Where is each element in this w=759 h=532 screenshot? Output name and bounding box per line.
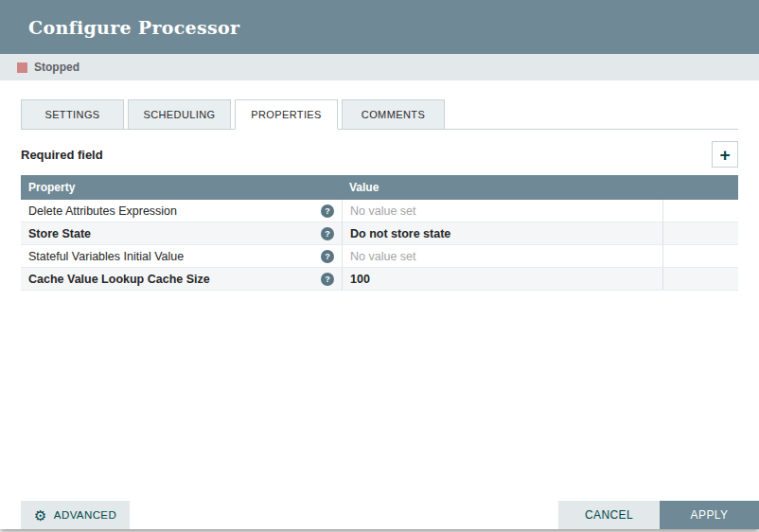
table-row[interactable]: Delete Attributes Expression ? No value … (21, 200, 738, 222)
tab-comments[interactable]: COMMENTS (342, 99, 445, 130)
advanced-button[interactable]: ⚙ ADVANCED (21, 501, 130, 529)
tab-properties[interactable]: PROPERTIES (235, 99, 338, 130)
tab-bar: SETTINGS SCHEDULING PROPERTIES COMMENTS (21, 99, 738, 130)
property-name-cell: Cache Value Lookup Cache Size ? (21, 268, 342, 290)
tab-settings[interactable]: SETTINGS (21, 99, 124, 130)
table-header-row: Property Value (21, 175, 738, 200)
help-icon[interactable]: ? (321, 204, 334, 218)
empty-cell (663, 200, 738, 222)
column-header-property: Property (21, 181, 342, 194)
required-field-label: Required field (21, 148, 103, 162)
property-value[interactable]: No value set (342, 200, 663, 222)
tab-scheduling[interactable]: SCHEDULING (128, 99, 231, 130)
dialog-header: Configure Processor (0, 0, 759, 54)
empty-cell (663, 222, 738, 244)
help-icon[interactable]: ? (321, 227, 334, 240)
required-field-row: Required field + (21, 141, 738, 168)
footer-spacer (130, 501, 558, 529)
help-icon[interactable]: ? (321, 273, 334, 286)
table-row[interactable]: Store State ? Do not store state (21, 222, 738, 245)
properties-table: Property Value Delete Attributes Express… (21, 175, 738, 291)
configure-processor-dialog: Configure Processor Stopped SETTINGS SCH… (0, 0, 759, 529)
new-property-button[interactable]: + (712, 141, 738, 168)
property-value[interactable]: No value set (342, 245, 663, 267)
empty-cell (663, 245, 738, 267)
status-label: Stopped (34, 61, 79, 74)
apply-button[interactable]: APPLY (660, 501, 759, 529)
property-value[interactable]: Do not store state (342, 222, 663, 244)
table-row[interactable]: Cache Value Lookup Cache Size ? 100 (21, 268, 738, 291)
table-row[interactable]: Stateful Variables Initial Value ? No va… (21, 245, 738, 268)
column-header-value: Value (342, 181, 663, 194)
property-name: Stateful Variables Initial Value (28, 250, 184, 263)
advanced-label: ADVANCED (54, 509, 116, 521)
gear-icon: ⚙ (34, 508, 47, 523)
property-name: Delete Attributes Expression (28, 204, 177, 218)
dialog-title: Configure Processor (28, 17, 239, 38)
stopped-icon (17, 62, 27, 73)
plus-icon: + (719, 146, 730, 164)
help-icon[interactable]: ? (321, 250, 334, 263)
property-name-cell: Stateful Variables Initial Value ? (21, 245, 342, 267)
property-name-cell: Delete Attributes Expression ? (21, 200, 342, 222)
empty-cell (663, 268, 738, 290)
property-name: Cache Value Lookup Cache Size (28, 273, 210, 286)
footer: ⚙ ADVANCED CANCEL APPLY (0, 501, 759, 529)
cancel-button[interactable]: CANCEL (558, 501, 660, 529)
property-value[interactable]: 100 (342, 268, 663, 290)
property-name: Store State (28, 227, 91, 240)
property-name-cell: Store State ? (21, 222, 342, 244)
status-bar: Stopped (0, 54, 759, 80)
